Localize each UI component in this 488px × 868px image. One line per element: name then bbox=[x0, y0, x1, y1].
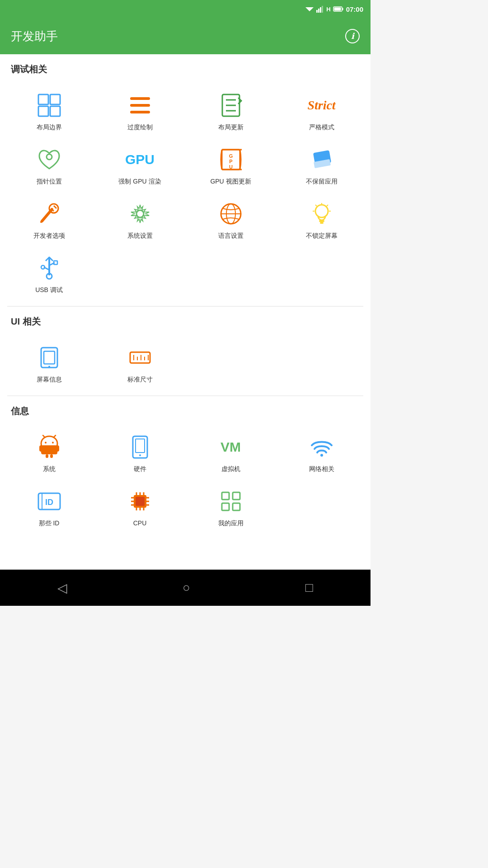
svg-rect-6 bbox=[342, 8, 343, 10]
svg-text:G: G bbox=[229, 153, 233, 159]
status-icons: H 07:00 bbox=[305, 5, 363, 13]
wifi-signal-icon bbox=[305, 6, 314, 12]
vm-text-icon: VM bbox=[221, 439, 241, 455]
hardware-item[interactable]: 硬件 bbox=[94, 426, 185, 481]
cpu-icon bbox=[128, 490, 152, 513]
ruler-icon bbox=[128, 346, 152, 369]
section-debug-title: 调试相关 bbox=[0, 54, 371, 80]
ids-item[interactable]: ID 那些 ID bbox=[4, 481, 94, 535]
section-info-title: 信息 bbox=[0, 396, 371, 422]
recent-button[interactable]: □ bbox=[305, 580, 313, 595]
android-icon bbox=[39, 435, 59, 459]
layout-update-item[interactable]: 布局更新 bbox=[185, 85, 276, 139]
layout-update-label: 布局更新 bbox=[218, 123, 244, 132]
no-lock-item[interactable]: 不锁定屏幕 bbox=[276, 193, 367, 247]
pointer-item[interactable]: 指针位置 bbox=[4, 139, 94, 193]
screen-info-label: 屏幕信息 bbox=[37, 376, 62, 384]
svg-rect-52 bbox=[44, 351, 55, 364]
svg-rect-3 bbox=[320, 7, 321, 13]
bottom-nav: ◁ ○ □ bbox=[0, 570, 371, 606]
overdraw-label: 过度绘制 bbox=[127, 123, 153, 132]
my-apps-item[interactable]: 我的应用 bbox=[185, 481, 276, 535]
status-bar: H 07:00 bbox=[0, 0, 371, 18]
svg-text:U: U bbox=[229, 164, 233, 170]
layout-border-item[interactable]: 布局边界 bbox=[4, 85, 94, 139]
svg-rect-68 bbox=[46, 454, 48, 458]
cpu-item[interactable]: CPU bbox=[94, 481, 185, 535]
svg-rect-39 bbox=[320, 222, 324, 224]
svg-rect-66 bbox=[39, 445, 43, 452]
info-button[interactable]: ℹ bbox=[345, 29, 360, 43]
svg-rect-10 bbox=[38, 106, 48, 116]
layout-update-icon bbox=[221, 94, 240, 117]
sys-settings-item[interactable]: 系统设置 bbox=[94, 193, 185, 247]
std-size-item[interactable]: 标准尺寸 bbox=[94, 337, 185, 391]
gpu-text-icon: GPU bbox=[125, 152, 155, 167]
svg-point-62 bbox=[52, 442, 54, 443]
svg-rect-47 bbox=[54, 261, 57, 264]
svg-point-33 bbox=[136, 210, 144, 217]
svg-rect-14 bbox=[130, 111, 150, 113]
svg-point-53 bbox=[48, 366, 50, 368]
vm-item[interactable]: VM 虚拟机 bbox=[185, 426, 276, 481]
svg-rect-91 bbox=[222, 492, 229, 500]
app-header: 开发助手 ℹ bbox=[0, 18, 371, 54]
lang-settings-item[interactable]: 语言设置 bbox=[185, 193, 276, 247]
hardware-label: 硬件 bbox=[134, 465, 146, 473]
gpu-view-icon: G P U bbox=[220, 148, 242, 171]
gpu-view-item[interactable]: G P U GPU 视图更新 bbox=[185, 139, 276, 193]
svg-point-73 bbox=[320, 454, 323, 457]
main-content: 调试相关 布局边界 过度绘制 bbox=[0, 54, 371, 570]
signal-bars-icon bbox=[316, 5, 324, 13]
gear-icon bbox=[128, 202, 152, 226]
svg-rect-49 bbox=[41, 265, 45, 269]
svg-rect-12 bbox=[130, 97, 150, 100]
svg-rect-92 bbox=[233, 492, 240, 500]
sys-settings-label: 系统设置 bbox=[127, 232, 153, 240]
svg-point-37 bbox=[315, 205, 328, 217]
section-ui-title: UI 相关 bbox=[0, 307, 371, 332]
svg-rect-7 bbox=[334, 8, 341, 11]
no-keep-item[interactable]: 不保留应用 bbox=[276, 139, 367, 193]
debug-grid: 布局边界 过度绘制 bbox=[0, 80, 371, 306]
svg-text:ID: ID bbox=[45, 498, 53, 507]
network-item[interactable]: 网络相关 bbox=[276, 426, 367, 481]
svg-point-19 bbox=[47, 154, 52, 160]
network-label: 网络相关 bbox=[309, 465, 334, 473]
home-button[interactable]: ○ bbox=[183, 580, 190, 595]
overdraw-item[interactable]: 过度绘制 bbox=[94, 85, 185, 139]
svg-line-30 bbox=[54, 206, 56, 208]
eraser-icon bbox=[310, 148, 333, 171]
pointer-label: 指针位置 bbox=[37, 178, 62, 186]
back-button[interactable]: ◁ bbox=[57, 580, 67, 595]
svg-rect-67 bbox=[56, 445, 59, 452]
strict-mode-label: 严格模式 bbox=[309, 123, 334, 132]
strict-mode-item[interactable]: Strict 严格模式 bbox=[276, 85, 367, 139]
pointer-icon bbox=[38, 148, 61, 171]
bulb-icon bbox=[310, 202, 333, 226]
no-lock-label: 不锁定屏幕 bbox=[306, 232, 338, 240]
strict-text-icon: Strict bbox=[307, 98, 335, 113]
usb-debug-item[interactable]: USB 调试 bbox=[4, 247, 94, 302]
tablet-icon bbox=[131, 435, 149, 459]
screen-info-item[interactable]: 屏幕信息 bbox=[4, 337, 94, 391]
std-size-label: 标准尺寸 bbox=[127, 376, 153, 384]
time: 07:00 bbox=[346, 5, 363, 13]
usb-debug-label: USB 调试 bbox=[35, 286, 63, 294]
system-item[interactable]: 系统 bbox=[4, 426, 94, 481]
layout-border-label: 布局边界 bbox=[37, 123, 62, 132]
svg-rect-94 bbox=[233, 503, 240, 510]
overdraw-icon bbox=[128, 95, 152, 115]
svg-rect-38 bbox=[319, 220, 324, 222]
dev-options-item[interactable]: 开发者选项 bbox=[4, 193, 94, 247]
no-keep-label: 不保留应用 bbox=[306, 178, 338, 186]
svg-rect-13 bbox=[130, 104, 150, 107]
battery-icon bbox=[333, 6, 343, 12]
screen-icon bbox=[39, 346, 59, 369]
svg-rect-8 bbox=[38, 94, 48, 104]
force-gpu-item[interactable]: GPU 强制 GPU 渲染 bbox=[94, 139, 185, 193]
info-grid: 系统 硬件 VM 虚拟机 bbox=[0, 422, 371, 539]
app-title: 开发助手 bbox=[11, 28, 58, 44]
svg-line-32 bbox=[41, 220, 43, 222]
gpu-view-label: GPU 视图更新 bbox=[210, 178, 251, 186]
